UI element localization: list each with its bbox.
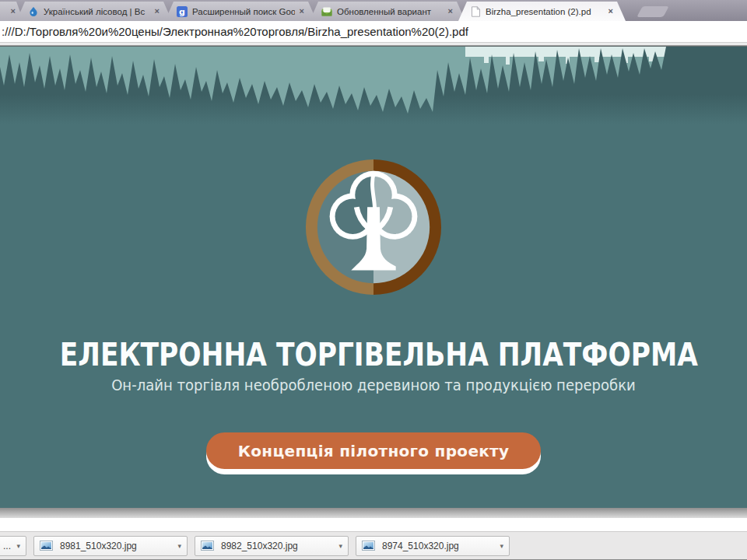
pdf-document-icon	[470, 6, 481, 17]
download-filename: 8981_510x320.jpg	[60, 541, 173, 551]
tab-label: Расширенный поиск Goo	[192, 7, 295, 16]
url-field[interactable]: :///D:/Торговля%20и%20цены/Электронная%2…	[0, 25, 468, 38]
tab-close-icon[interactable]: ×	[448, 7, 453, 16]
image-file-icon	[201, 541, 214, 551]
tab-label: Обновленный вариант	[337, 7, 444, 16]
chevron-down-icon[interactable]: ▾	[500, 542, 503, 550]
google-icon: g	[177, 6, 188, 17]
tab-close-icon[interactable]: ×	[300, 7, 304, 16]
chevron-down-icon[interactable]: ▾	[338, 542, 342, 550]
tab-label: Український лісовод | Вс	[44, 7, 150, 16]
downloads-bar: ... ▾ 8981_510x320.jpg ▾ 8982_510x320.jp…	[0, 531, 747, 559]
image-file-icon	[362, 541, 375, 551]
pdf-bottom-shadow	[0, 508, 747, 518]
tab-ukrainian-lisovod[interactable]: Український лісовод | Вс ×	[16, 2, 172, 21]
mail-envelope-icon	[321, 6, 332, 17]
tab-strip: × Український лісовод | Вс × g Расширенн…	[0, 0, 747, 21]
chevron-down-icon[interactable]: ▾	[177, 542, 181, 550]
pdf-viewer-page: ЕЛЕКТРОННА ТОРГІВЕЛЬНА ПЛАТФОРМА Он-лайн…	[0, 46, 747, 508]
concept-pilot-project-button[interactable]: Концепція пілотного проекту	[206, 432, 541, 469]
tab-birzha-presentation-active[interactable]: Birzha_presentation (2).pd ×	[458, 2, 626, 21]
download-filename: ...	[3, 541, 12, 551]
tab-google-search[interactable]: g Расширенный поиск Goo ×	[165, 2, 317, 21]
download-item[interactable]: 8974_510x320.jpg ▾	[356, 536, 510, 556]
download-filename: 8982_510x320.jpg	[221, 541, 334, 551]
download-item[interactable]: 8982_510x320.jpg ▾	[195, 536, 349, 556]
browser-window: × Український лісовод | Вс × g Расширенн…	[0, 0, 747, 560]
new-tab-button[interactable]	[637, 6, 668, 17]
chevron-down-icon[interactable]: ▾	[16, 542, 20, 550]
tab-close-icon[interactable]: ×	[608, 7, 613, 16]
image-file-icon	[40, 541, 53, 551]
download-filename: 8974_510x320.jpg	[382, 541, 495, 551]
pdf-bottom-margin	[0, 518, 747, 531]
slide-title: ЕЛЕКТРОННА ТОРГІВЕЛЬНА ПЛАТФОРМА	[60, 336, 687, 373]
forest-silhouette-graphic	[0, 47, 747, 124]
download-item[interactable]: 8981_510x320.jpg ▾	[33, 536, 188, 556]
tab-close-icon[interactable]: ×	[11, 7, 16, 16]
tab-label: Birzha_presentation (2).pd	[486, 7, 604, 16]
tree-logo	[304, 158, 443, 296]
tab-mail-variant[interactable]: Обновленный вариант ×	[310, 2, 465, 21]
address-bar[interactable]: :///D:/Торговля%20и%20цены/Электронная%2…	[0, 21, 747, 43]
download-item-truncated[interactable]: ... ▾	[0, 536, 26, 556]
drupal-droplet-icon	[28, 6, 39, 17]
tab-close-icon[interactable]: ×	[155, 7, 160, 16]
slide-subtitle: Он-лайн торгівля необробленою деревиною …	[19, 376, 728, 394]
svg-text:g: g	[179, 7, 185, 17]
